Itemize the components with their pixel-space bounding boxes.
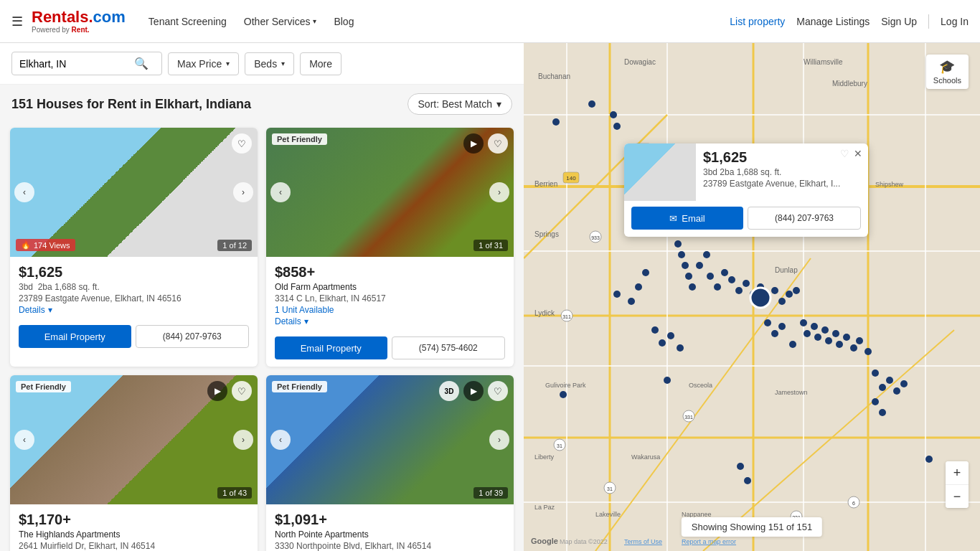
main-container: 🔍 Max Price ▾ Beds ▾ More 151 Houses for… (0, 43, 980, 551)
log-in-btn[interactable]: Log In (941, 16, 969, 27)
svg-text:Terms of Use: Terms of Use (624, 538, 662, 545)
popup-listing-image (624, 143, 696, 201)
svg-point-64 (707, 273, 714, 280)
svg-text:31: 31 (607, 486, 613, 491)
next-image-btn[interactable]: › (233, 182, 253, 202)
listings-grid: ‹ › 🔥 174 Views 1 of 12 ♡ $1,625 3bd 2ba… (0, 123, 524, 551)
details-toggle[interactable]: Details ▾ (19, 305, 249, 315)
popup-favorite-btn[interactable]: ♡ (840, 148, 849, 159)
search-submit-btn[interactable]: 🔍 (134, 57, 149, 70)
3d-tour-btn[interactable]: 3D (439, 381, 459, 401)
school-icon: 🎓 (939, 59, 955, 75)
video-tour-btn[interactable]: ▶ (463, 381, 484, 401)
svg-point-110 (900, 380, 908, 387)
svg-point-79 (628, 298, 635, 305)
more-filters-btn[interactable]: More (300, 52, 341, 75)
svg-text:6: 6 (852, 501, 855, 506)
svg-text:Gulivoire Park: Gulivoire Park (545, 382, 586, 389)
svg-point-116 (737, 463, 744, 470)
prev-image-btn[interactable]: ‹ (14, 182, 34, 202)
popup-price: $1,625 (703, 149, 840, 166)
phone-btn[interactable]: (574) 575-4602 (392, 336, 506, 359)
svg-point-88 (832, 330, 839, 337)
svg-text:311: 311 (562, 314, 571, 319)
details-toggle[interactable]: Details ▾ (275, 316, 505, 326)
views-badge: 🔥 174 Views (16, 239, 75, 251)
logo[interactable]: Rentals.com Powered by Rent. (32, 9, 126, 34)
popup-email-label: Email (682, 213, 705, 224)
listing-info: $1,625 3bd 2ba 1,688 sq. ft. 23789 Eastg… (10, 257, 258, 321)
manage-listings-btn[interactable]: Manage Listings (796, 16, 870, 27)
svg-point-78 (635, 283, 642, 291)
svg-point-80 (613, 291, 621, 298)
list-property-btn[interactable]: List property (730, 16, 785, 27)
svg-point-73 (771, 287, 778, 294)
favorite-btn[interactable]: ♡ (232, 133, 252, 154)
listing-image-wrapper: Pet Friendly ‹ › 1 of 31 ▶ ♡ (266, 128, 514, 257)
nav-other-services[interactable]: Other Services ▾ (244, 16, 317, 27)
svg-point-100 (667, 332, 674, 339)
image-count: 1 of 31 (473, 240, 508, 251)
menu-icon[interactable]: ☰ (11, 14, 23, 29)
video-tour-btn[interactable]: ▶ (207, 381, 227, 401)
beds-filter[interactable]: Beds ▾ (245, 52, 294, 75)
next-image-btn[interactable]: › (489, 182, 509, 202)
next-image-btn[interactable]: › (489, 430, 509, 450)
popup-phone-btn[interactable]: (844) 207-9763 (748, 207, 861, 230)
showing-label: Showing (692, 522, 730, 532)
map-background[interactable]: Buchanan Dowagiac Williamsville Berrien … (524, 43, 980, 551)
popup-email-btn[interactable]: ✉ Email (631, 207, 743, 230)
map-zoom-controls: + − (946, 461, 969, 508)
favorite-btn[interactable]: ♡ (488, 133, 508, 154)
phone-btn[interactable]: (844) 207-9763 (136, 325, 250, 348)
sort-button[interactable]: Sort: Best Match ▾ (407, 93, 512, 115)
sign-up-btn[interactable]: Sign Up (881, 16, 917, 27)
chevron-icon: ▾ (48, 305, 52, 315)
listing-card: Pet Friendly ‹ › 1 of 39 3D ▶ ♡ $1,091+ … (266, 375, 514, 551)
views-count: 174 Views (34, 241, 70, 250)
nav-blog[interactable]: Blog (334, 16, 354, 27)
prev-image-btn[interactable]: ‹ (14, 430, 34, 450)
favorite-btn[interactable]: ♡ (232, 381, 252, 401)
svg-point-107 (879, 384, 886, 391)
listing-info: $1,091+ North Pointe Apartments 3330 Nor… (266, 504, 514, 551)
video-tour-btn[interactable]: ▶ (463, 133, 484, 154)
card-icons: ▶ ♡ (463, 133, 508, 154)
max-price-filter[interactable]: Max Price ▾ (168, 52, 239, 75)
search-input[interactable] (19, 58, 134, 70)
popup-close-btn[interactable]: ✕ (854, 148, 862, 159)
svg-point-92 (856, 337, 863, 344)
search-input-wrapper[interactable]: 🔍 (11, 52, 162, 75)
card-icons: 3D ▶ ♡ (439, 381, 508, 401)
results-status: Showing 151 of 151 (730, 522, 812, 532)
image-count: 1 of 39 (473, 487, 508, 499)
zoom-out-btn[interactable]: − (946, 485, 969, 508)
email-property-btn[interactable]: Email Property (275, 336, 387, 359)
left-panel: 🔍 Max Price ▾ Beds ▾ More 151 Houses for… (0, 43, 524, 551)
listing-name: The Highlands Apartments (19, 529, 249, 540)
listing-card: Pet Friendly ‹ › 1 of 31 ▶ ♡ $858+ Old F… (266, 128, 514, 367)
popup-top: $1,625 3bd 2ba 1,688 sq. ft. 23789 Eastg… (624, 143, 868, 201)
schools-toggle-btn[interactable]: 🎓 Schools (926, 55, 969, 89)
svg-point-87 (825, 337, 832, 344)
prev-image-btn[interactable]: ‹ (270, 182, 291, 202)
next-image-btn[interactable]: › (233, 430, 253, 450)
listing-price: $1,091+ (275, 512, 505, 528)
nav-tenant-screening[interactable]: Tenant Screening (149, 16, 227, 27)
listing-image-wrapper: Pet Friendly ‹ › 1 of 39 3D ▶ ♡ (266, 375, 514, 504)
svg-text:Buchanan: Buchanan (538, 72, 570, 80)
favorite-btn[interactable]: ♡ (488, 381, 508, 401)
listing-units: 1 Unit Available (275, 305, 505, 315)
svg-point-99 (659, 339, 666, 347)
logo-text: Rentals.com (32, 9, 126, 26)
email-property-btn[interactable]: Email Property (19, 325, 131, 348)
prev-image-btn[interactable]: ‹ (270, 430, 291, 450)
svg-text:Report a map error: Report a map error (682, 538, 736, 545)
results-header: 151 Houses for Rent in Elkhart, Indiana … (0, 85, 524, 123)
map-panel: Buchanan Dowagiac Williamsville Berrien … (524, 43, 980, 551)
chevron-down-icon: ▾ (313, 17, 316, 25)
svg-point-103 (588, 100, 595, 108)
zoom-in-btn[interactable]: + (946, 461, 969, 484)
image-count: 1 of 43 (217, 487, 252, 499)
logo-rentals: Rentals (32, 8, 88, 26)
